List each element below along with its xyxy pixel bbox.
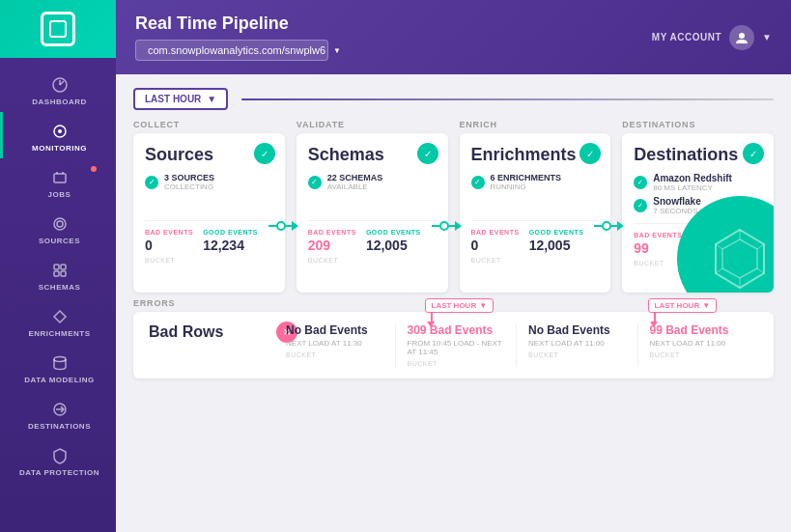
sidebar-item-schemas[interactable]: SCHEMAS	[0, 251, 116, 297]
schemas-subtitle-text: 22 SCHEMAS AVAILABLE	[327, 173, 383, 191]
sidebar-item-label-dashboard: DASHBOARD	[32, 98, 87, 106]
schemas-check-circle: ✓	[308, 176, 322, 189]
svg-point-4	[58, 129, 62, 133]
enrichments-stats: BAD EVENTS 0 GOOD EVENTS 12,005	[471, 220, 600, 253]
sidebar-item-label-schemas: SCHEMAS	[39, 283, 81, 292]
schemas-status-check: ✓	[417, 143, 438, 164]
svg-rect-11	[61, 265, 66, 269]
enrichments-bad-events: BAD EVENTS 0	[471, 229, 520, 253]
dest-redshift-info: Amazon Redshift 80 MS LATENCY	[653, 173, 732, 192]
schemas-card: ✓ Schemas ✓ 22 SCHEMAS AVAILABLE BAD EVE…	[297, 133, 448, 293]
sources-connector	[268, 221, 298, 231]
error-arrow-head-2	[650, 322, 658, 327]
enrichments-subtitle-text: 6 Enrichments RUNNING	[491, 173, 562, 191]
error-item-3: LAST HOUR ▼ 99 Bad Events NEXT LOAD AT 1…	[638, 323, 759, 367]
error-filter-badge-2[interactable]: LAST HOUR ▼	[648, 298, 718, 313]
sources-bad-events: BAD EVENTS 0	[145, 229, 193, 253]
dest-snowflake-check: ✓	[634, 199, 647, 212]
url-dropdown-arrow: ▼	[333, 46, 341, 55]
errors-section: ERRORS Bad Rows × No Bad Events NEXT LOA…	[133, 298, 774, 378]
svg-rect-5	[54, 174, 66, 182]
time-filter-button[interactable]: LAST HOUR ▼	[133, 88, 228, 110]
header-right: MY ACCOUNT ▼	[652, 25, 772, 50]
stage-collect: COLLECT	[133, 120, 285, 129]
bad-rows-card: Bad Rows × No Bad Events NEXT LOAD AT 11…	[133, 312, 774, 378]
url-value: com.snowplowanalytics.com/snwplw6	[148, 44, 325, 56]
sidebar-item-sources[interactable]: SOURCES	[0, 205, 116, 251]
sidebar-item-data-protection[interactable]: DATA PROTECTION	[0, 436, 116, 483]
sidebar-nav: DASHBOARD MONITORING JOBS SOURCES	[0, 58, 116, 483]
dashboard-icon	[50, 75, 70, 95]
url-selector[interactable]: com.snowplowanalytics.com/snwplw6 ▼	[135, 40, 328, 61]
svg-rect-10	[54, 265, 59, 269]
sidebar-item-destinations[interactable]: DESTINATIONS	[0, 390, 116, 436]
enrichments-subtitle: ✓ 6 Enrichments RUNNING	[471, 173, 600, 191]
account-label: MY ACCOUNT	[652, 32, 721, 42]
error-item-1: LAST HOUR ▼ 309 Bad Events FROM 10:45 LO…	[396, 323, 518, 367]
sidebar-item-label-data-modeling: DATA MODELING	[24, 376, 95, 384]
sources-status-check: ✓	[254, 143, 275, 164]
enrichments-card: ✓ Enrichments ✓ 6 Enrichments RUNNING BA…	[460, 133, 611, 293]
pipeline-cards: ✓ Sources ✓ 3 SOURCES COLLECTING BAD EVE…	[133, 133, 774, 293]
enrichments-icon	[50, 307, 70, 326]
sidebar-item-label-sources: SOURCES	[39, 237, 80, 245]
schemas-connector	[432, 221, 462, 231]
enrichments-check-circle: ✓	[471, 176, 485, 189]
enrichments-good-events: GOOD EVENTS 12,005	[529, 229, 584, 253]
sources-subtitle: ✓ 3 SOURCES COLLECTING	[145, 173, 273, 191]
logo-inner	[49, 20, 67, 38]
error-arrow-head-1	[427, 322, 435, 327]
time-filter: LAST HOUR ▼	[133, 88, 774, 110]
error-filter-badge-1[interactable]: LAST HOUR ▼	[425, 298, 494, 313]
svg-rect-12	[54, 271, 59, 276]
sidebar-logo	[0, 0, 116, 58]
svg-point-9	[57, 221, 63, 227]
error-item-2: No Bad Events NEXT LOAD AT 11:00 BUCKET	[517, 323, 638, 367]
sources-icon	[50, 214, 70, 234]
sidebar-item-data-modeling[interactable]: DATA MODELING	[0, 344, 116, 390]
data-modeling-icon	[50, 353, 70, 373]
sidebar-item-label-enrichments: ENRICHMENTS	[28, 329, 90, 338]
monitoring-icon	[50, 122, 70, 141]
svg-line-23	[716, 268, 722, 273]
header-left: Real Time Pipeline com.snowplowanalytics…	[135, 14, 328, 61]
sidebar-item-label-monitoring: MONITORING	[32, 144, 87, 153]
time-line	[241, 98, 774, 100]
schemas-stats: BAD EVENTS 209 GOOD EVENTS 12,005	[308, 220, 437, 253]
logo-icon	[41, 12, 75, 46]
stage-destinations: DESTINATIONS	[622, 120, 774, 129]
time-filter-arrow: ▼	[207, 94, 216, 104]
header: Real Time Pipeline com.snowplowanalytics…	[116, 0, 791, 74]
schemas-subtitle: ✓ 22 SCHEMAS AVAILABLE	[308, 173, 437, 191]
page-title: Real Time Pipeline	[135, 14, 328, 34]
svg-point-16	[739, 33, 745, 39]
sidebar-item-monitoring[interactable]: MONITORING	[0, 112, 116, 158]
sidebar-item-jobs[interactable]: JOBS	[0, 158, 116, 205]
destinations-status-check: ✓	[743, 143, 764, 164]
sidebar-item-dashboard[interactable]: DASHBOARD	[0, 66, 116, 112]
sidebar-item-label-jobs: JOBS	[48, 190, 71, 199]
data-protection-icon	[50, 446, 70, 465]
bad-rows-title-section: Bad Rows ×	[149, 323, 265, 345]
content-area: LAST HOUR ▼ COLLECT VALIDATE ENRICH DEST…	[116, 74, 791, 532]
svg-point-8	[54, 218, 66, 230]
svg-rect-13	[61, 271, 66, 276]
sidebar: DASHBOARD MONITORING JOBS SOURCES	[0, 0, 116, 532]
schemas-good-events: GOOD EVENTS 12,005	[366, 229, 421, 253]
sources-subtitle-text: 3 SOURCES COLLECTING	[164, 173, 214, 191]
sources-stats: BAD EVENTS 0 GOOD EVENTS 12,234	[145, 220, 273, 253]
svg-line-21	[757, 268, 764, 273]
jobs-notification-dot	[91, 166, 97, 172]
sources-check-circle: ✓	[145, 176, 158, 189]
account-dropdown-icon[interactable]: ▼	[762, 32, 772, 42]
svg-line-20	[757, 244, 764, 249]
sidebar-item-enrichments[interactable]: ENRICHMENTS	[0, 297, 116, 344]
stage-validate: VALIDATE	[297, 120, 448, 129]
jobs-icon	[50, 168, 70, 187]
dest-redshift: ✓ Amazon Redshift 80 MS LATENCY	[634, 173, 762, 192]
account-icon[interactable]	[729, 25, 754, 50]
svg-marker-18	[722, 239, 757, 278]
bad-rows-title: Bad Rows	[149, 323, 265, 341]
svg-point-14	[54, 357, 66, 362]
error-item-0: No Bad Events NEXT LOAD AT 11:30 BUCKET	[274, 323, 396, 367]
